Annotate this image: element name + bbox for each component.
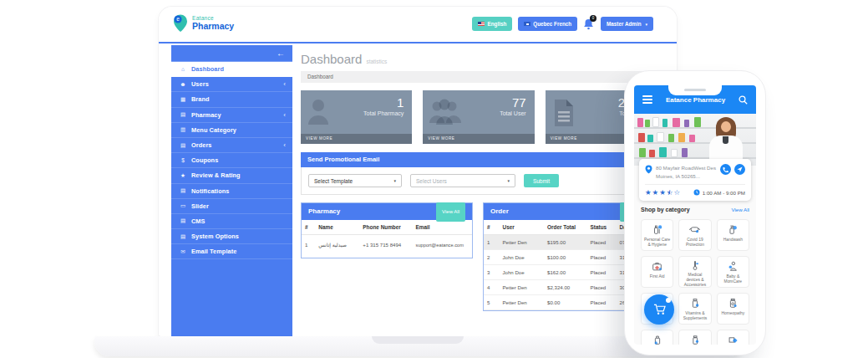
collapse-arrow-icon: ← [277, 49, 285, 58]
brand-icon: ▦ [178, 96, 188, 103]
language-french-button[interactable]: Quebec French [518, 17, 577, 31]
cell-total: $100.00 [544, 250, 587, 265]
stat-card-total-pharmacy: 1 Total Pharmacy VIEW MORE [301, 90, 412, 144]
cell-user: John Doe [500, 265, 545, 280]
view-more-link[interactable]: VIEW MORE [423, 134, 534, 144]
email-icon: ✉ [178, 248, 188, 255]
phone-icon [723, 166, 728, 172]
slider-icon: ▭ [178, 202, 188, 209]
category-tile-partial[interactable] [641, 330, 673, 345]
sidebar-item-system-options[interactable]: ▤ System Options [171, 229, 292, 244]
handwash-pump-icon [727, 223, 739, 235]
search-icon[interactable] [739, 95, 748, 105]
view-more-link[interactable]: VIEW MORE [301, 134, 412, 144]
call-button[interactable] [720, 164, 731, 175]
category-tile-baby-momcare[interactable]: Baby & MomCare [717, 256, 749, 288]
logo-line1: Eatance [192, 15, 234, 21]
language-english-label: English [487, 21, 506, 27]
col-header: Email [413, 220, 472, 235]
pharmacy-view-all-button[interactable]: View All [436, 202, 465, 222]
sidebar-item-brand[interactable]: ▦ Brand [171, 92, 292, 107]
promo-panel-title: Send Promotional Email [301, 152, 657, 167]
breadcrumb: Dashboard [301, 71, 657, 83]
category-grid: Personal Care & Hygiene Covid 19 Protect… [641, 219, 749, 345]
pharmacy-icon: ▤ [178, 111, 188, 118]
pharmacy-table: # Name Phone Number Email 1 صيدلية إتانس… [302, 220, 472, 258]
sidebar-item-coupons[interactable]: $ Coupons [171, 153, 292, 168]
sidebar-item-cms[interactable]: ▤ CMS [171, 214, 292, 229]
category-tile-covid-protection[interactable]: Covid 19 Protection [678, 219, 711, 251]
app-logo: e Eatance Pharmacy [172, 13, 234, 33]
phone-screen: Eatance Pharmacy [634, 85, 756, 345]
col-header: # [302, 220, 315, 235]
cell-index: 1 [484, 235, 500, 250]
product-box [659, 147, 667, 157]
stat-card-total-user: 77 Total User VIEW MORE [423, 90, 534, 144]
sidebar-item-label: CMS [191, 217, 286, 225]
cell-status: Placed [587, 235, 617, 250]
sidebar-item-orders[interactable]: ▤ Orders ‹ [171, 138, 292, 153]
admin-top-header: e Eatance Pharmacy English Quebec French [159, 7, 677, 43]
directions-button[interactable] [734, 164, 745, 175]
cell-index: 4 [484, 280, 500, 295]
system-options-icon: ▤ [178, 233, 188, 240]
category-tile-vitamins[interactable]: Vitamins & Supplements [678, 293, 711, 325]
sidebar-item-review-rating[interactable]: ★ Review & Rating [171, 168, 292, 183]
caret-down-icon: ▾ [645, 22, 647, 27]
category-label: First Aid [648, 274, 667, 279]
product-box [668, 134, 674, 142]
product-box [671, 149, 678, 157]
table-row: 1 صيدلية إتانس +1 315 715 8494 support@e… [302, 235, 472, 258]
sidebar-item-email-template[interactable]: ✉ Email Template [171, 244, 292, 259]
sidebar-item-label: Coupons [191, 156, 286, 164]
category-tile-partial[interactable] [717, 330, 749, 345]
categories-view-all-link[interactable]: View All [731, 207, 749, 212]
sidebar-item-users[interactable]: ☻ Users ‹ [171, 77, 292, 92]
box-diamond-icon [727, 334, 739, 345]
sidebar-item-slider[interactable]: ▭ Slider [171, 199, 292, 214]
category-tile-personal-care[interactable]: Personal Care & Hygiene [641, 219, 673, 251]
cell-status: Placed [587, 280, 617, 295]
store-hours: 1:00 AM - 9:00 PM [703, 190, 745, 196]
caret-down-icon: ▾ [393, 178, 396, 183]
cart-fab-button[interactable] [644, 294, 674, 325]
sidebar-item-notifications[interactable]: ▤ Notifications [171, 184, 292, 199]
language-english-button[interactable]: English [472, 17, 512, 31]
hamburger-menu-icon[interactable] [642, 95, 652, 103]
laptop-base-notch [372, 336, 464, 344]
users-group-icon [429, 98, 461, 128]
users-select[interactable]: Select Users ▾ [410, 174, 515, 187]
product-box [689, 135, 695, 142]
submit-button[interactable]: Submit [524, 174, 559, 187]
cell-user: Petter Den [500, 235, 545, 250]
star-half-icon: ☆★ [667, 188, 674, 197]
sidebar-item-pharmacy[interactable]: ▤ Pharmacy ‹ [171, 108, 292, 123]
sidebar-item-dashboard[interactable]: ⌂ Dashboard [171, 62, 292, 77]
us-flag-icon [478, 22, 485, 26]
cell-index: 5 [484, 295, 500, 310]
category-tile-homeopathy[interactable]: Homeopathy [717, 293, 749, 325]
sidebar-item-menu-category[interactable]: ▥ Menu Category [171, 123, 292, 138]
product-box [682, 148, 688, 157]
col-header: # [484, 220, 500, 235]
supplement-jar-icon [689, 297, 701, 309]
col-header: Order Total [544, 220, 587, 235]
order-panel-title: Order [490, 204, 509, 219]
category-tile-partial[interactable] [678, 330, 711, 345]
account-menu-button[interactable]: Master Admin ▾ [601, 17, 653, 31]
menu-category-icon: ▥ [178, 126, 188, 133]
product-box [638, 133, 645, 142]
sidebar-collapse-bar[interactable]: ← [171, 45, 292, 62]
product-box [645, 120, 650, 127]
cms-icon: ▤ [178, 217, 188, 224]
notifications-bell-button[interactable]: 0 [583, 18, 595, 31]
phone-mockup: Eatance Pharmacy [624, 70, 766, 355]
category-tile-handwash[interactable]: Handwash [717, 219, 749, 251]
template-select[interactable]: Select Template ▾ [308, 174, 402, 187]
cell-index: 2 [484, 250, 500, 265]
page-title: Dashboard [301, 52, 362, 66]
category-tile-first-aid[interactable]: First Aid [641, 256, 673, 288]
notification-count-badge: 0 [590, 15, 596, 22]
sidebar-item-label: Review & Rating [191, 171, 286, 179]
category-tile-medical-devices[interactable]: Medical devices & Accessories [678, 256, 711, 288]
